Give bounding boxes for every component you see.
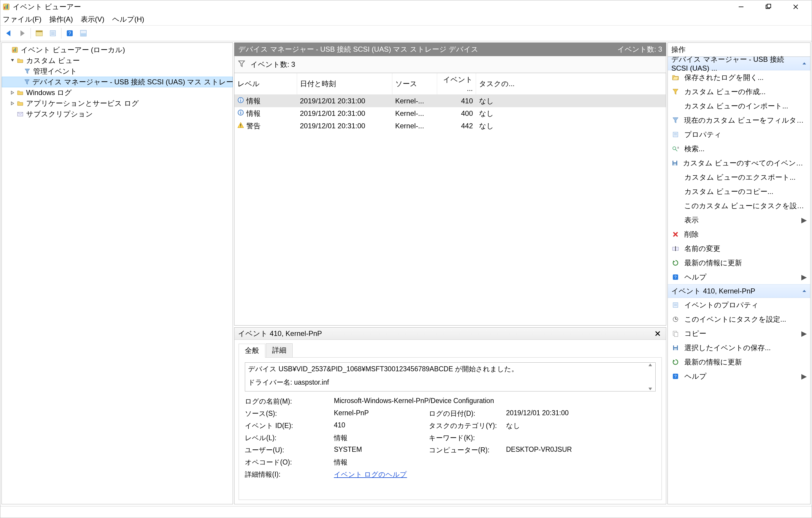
action-copy-custom-view[interactable]: カスタム ビューのコピー... bbox=[668, 185, 810, 199]
chevron-up-icon[interactable] bbox=[802, 59, 807, 68]
col-source[interactable]: ソース bbox=[393, 73, 437, 95]
svg-text:?: ? bbox=[674, 275, 677, 279]
svg-rect-37 bbox=[240, 111, 241, 111]
svg-marker-28 bbox=[11, 91, 13, 94]
event-message[interactable]: デバイス USB¥VID_2537&PID_1068¥MSFT300123456… bbox=[245, 362, 656, 391]
folder-icon bbox=[17, 100, 24, 107]
event-log-help-link[interactable]: イベント ログのヘルプ bbox=[334, 470, 407, 478]
svg-marker-26 bbox=[25, 69, 30, 74]
close-button[interactable] bbox=[782, 0, 809, 13]
actions-pane: 操作 デバイス マネージャー - USB 接続 SCSI (UAS) ... 保… bbox=[667, 43, 811, 505]
action-rename[interactable]: 名前の変更 bbox=[668, 242, 810, 256]
menu-file[interactable]: ファイル(F) bbox=[3, 15, 41, 24]
action-copy[interactable]: コピー▶ bbox=[668, 326, 810, 341]
table-row[interactable]: 情報2019/12/01 20:31:00Kernel-...400なし bbox=[234, 107, 666, 120]
actions-section-label: イベント 410, Kernel-PnP bbox=[671, 286, 755, 296]
preview-button[interactable] bbox=[77, 27, 90, 40]
event-list[interactable]: レベル 日付と時刻 ソース イベント ... タスクの... 情報2019/12… bbox=[234, 73, 666, 326]
back-button[interactable] bbox=[2, 27, 15, 40]
svg-marker-44 bbox=[648, 388, 652, 390]
col-task[interactable]: タスクの... bbox=[476, 73, 666, 95]
action-help-event[interactable]: ?ヘルプ▶ bbox=[668, 369, 810, 383]
svg-text:?: ? bbox=[674, 374, 677, 379]
action-filter-current-view[interactable]: 現在のカスタム ビューをフィルター... bbox=[668, 113, 810, 128]
action-attach-task-view[interactable]: このカスタム ビューにタスクを設定... bbox=[668, 199, 810, 213]
prop-label: ソース(S): bbox=[245, 409, 334, 418]
tree-pane[interactable]: イベント ビューアー (ローカル) カスタム ビュー 管理イベント デバイス マ… bbox=[1, 43, 233, 505]
action-pane-button[interactable] bbox=[33, 27, 46, 40]
window-title: イベント ビューアー bbox=[13, 2, 727, 11]
action-delete[interactable]: 削除 bbox=[668, 227, 810, 242]
svg-marker-29 bbox=[11, 102, 13, 105]
detail-pane: イベント 410, Kernel-PnP 全般 詳細 デバイス USB¥VID_… bbox=[234, 327, 666, 505]
action-find[interactable]: ab検索... bbox=[668, 142, 810, 156]
action-save-selected[interactable]: 選択したイベントの保存... bbox=[668, 341, 810, 355]
action-open-saved-log[interactable]: 保存されたログを開く... bbox=[668, 71, 810, 85]
action-label: カスタム ビューのインポート... bbox=[685, 101, 788, 111]
help-button[interactable]: ? bbox=[63, 27, 76, 40]
tree-selected-view[interactable]: デバイス マネージャー - USB 接続 SCSI (UAS) マス ストレージ… bbox=[2, 77, 233, 87]
action-refresh-event[interactable]: 最新の情報に更新 bbox=[668, 355, 810, 369]
actions-section-2[interactable]: イベント 410, Kernel-PnP bbox=[668, 284, 810, 298]
action-label: このカスタム ビューにタスクを設定... bbox=[684, 201, 807, 211]
col-datetime[interactable]: 日付と時刻 bbox=[297, 73, 393, 95]
toolbar: ? bbox=[0, 25, 812, 41]
col-eventid[interactable]: イベント ... bbox=[437, 73, 476, 95]
message-scrollbar[interactable] bbox=[645, 363, 655, 391]
action-view[interactable]: 表示▶ bbox=[668, 213, 810, 227]
menu-help[interactable]: ヘルプ(H) bbox=[112, 15, 144, 24]
action-label: カスタム ビューの作成... bbox=[685, 87, 766, 97]
table-row[interactable]: 情報2019/12/01 20:31:00Kernel-...410なし bbox=[234, 95, 666, 108]
action-event-properties[interactable]: イベントのプロパティ bbox=[668, 298, 810, 312]
tree-admin-events[interactable]: 管理イベント bbox=[2, 66, 233, 77]
filter-bar: イベント数: 3 bbox=[234, 56, 666, 73]
maximize-button[interactable] bbox=[755, 0, 782, 13]
chevron-up-icon[interactable] bbox=[802, 287, 807, 295]
actions-section-1[interactable]: デバイス マネージャー - USB 接続 SCSI (UAS) ... bbox=[668, 57, 810, 71]
tree-windows-logs[interactable]: Windows ログ bbox=[2, 87, 233, 98]
svg-rect-34 bbox=[240, 98, 241, 99]
svg-marker-45 bbox=[803, 62, 806, 64]
tree-custom-views[interactable]: カスタム ビュー bbox=[2, 55, 233, 66]
action-import-custom-view[interactable]: カスタム ビューのインポート... bbox=[668, 99, 810, 113]
prop-value: Microsoft-Windows-Kernel-PnP/Device Conf… bbox=[334, 397, 656, 406]
action-export-custom-view[interactable]: カスタム ビューのエクスポート... bbox=[668, 170, 810, 185]
action-attach-task-event[interactable]: このイベントにタスクを設定... bbox=[668, 312, 810, 326]
svg-rect-56 bbox=[673, 163, 676, 165]
tree-subscriptions[interactable]: サブスクリプション bbox=[2, 109, 233, 119]
action-properties[interactable]: プロパティ bbox=[668, 128, 810, 142]
expand-icon[interactable] bbox=[8, 90, 17, 95]
center-header-title: デバイス マネージャー - USB 接続 SCSI (UAS) マス ストレージ… bbox=[238, 45, 608, 54]
action-create-custom-view[interactable]: カスタム ビューの作成... bbox=[668, 85, 810, 99]
detail-tabs: 全般 詳細 bbox=[234, 340, 666, 357]
tree-root[interactable]: イベント ビューアー (ローカル) bbox=[2, 45, 233, 55]
tree-label: デバイス マネージャー - USB 接続 SCSI (UAS) マス ストレージ… bbox=[32, 77, 233, 87]
forward-button[interactable] bbox=[16, 27, 29, 40]
minimize-button[interactable] bbox=[727, 0, 755, 13]
delete-icon bbox=[671, 230, 679, 239]
chevron-right-icon: ▶ bbox=[801, 216, 807, 224]
action-label: 最新の情報に更新 bbox=[685, 357, 742, 367]
action-save-all-events[interactable]: カスタム ビューのすべてのイベントを名前... bbox=[668, 156, 810, 170]
save-icon bbox=[671, 344, 679, 352]
menubar: ファイル(F) 操作(A) 表示(V) ヘルプ(H) bbox=[0, 13, 812, 25]
menu-action[interactable]: 操作(A) bbox=[49, 15, 73, 24]
tab-detail[interactable]: 詳細 bbox=[266, 343, 293, 357]
expand-icon[interactable] bbox=[8, 101, 17, 105]
col-level[interactable]: レベル bbox=[234, 73, 297, 95]
collapse-icon[interactable] bbox=[8, 58, 17, 63]
properties-button[interactable] bbox=[46, 27, 59, 40]
filter-icon[interactable] bbox=[238, 60, 245, 69]
action-help[interactable]: ?ヘルプ▶ bbox=[668, 270, 810, 284]
rename-icon bbox=[671, 244, 679, 253]
svg-rect-55 bbox=[673, 161, 676, 162]
detail-title: イベント 410, Kernel-PnP bbox=[238, 329, 322, 338]
tab-general[interactable]: 全般 bbox=[239, 344, 265, 358]
svg-marker-46 bbox=[673, 89, 678, 94]
tree-app-service-logs[interactable]: アプリケーションとサービス ログ bbox=[2, 98, 233, 109]
menu-view[interactable]: 表示(V) bbox=[81, 15, 105, 24]
table-row[interactable]: 警告2019/12/01 20:31:00Kernel-...442なし bbox=[234, 120, 666, 132]
prop-value: 情報 bbox=[334, 433, 429, 442]
close-detail-button[interactable] bbox=[653, 329, 662, 338]
action-refresh[interactable]: 最新の情報に更新 bbox=[668, 256, 810, 270]
